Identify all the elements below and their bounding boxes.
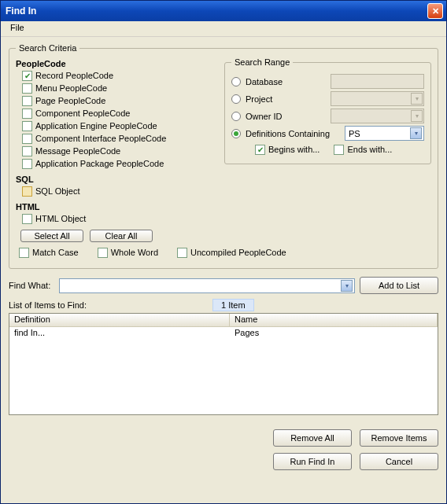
search-range-legend: Search Range <box>231 57 293 67</box>
item-count-badge: 1 Item <box>212 299 254 311</box>
whole-word-checkbox[interactable] <box>98 248 108 258</box>
search-range-group: Search Range Database Project <box>224 57 431 164</box>
window-title: Find In <box>6 6 36 17</box>
record-peoplecode-checkbox[interactable]: ✔ <box>22 71 32 81</box>
message-peoplecode-label: Message PeopleCode <box>35 145 120 157</box>
owner-id-radio[interactable] <box>231 112 241 121</box>
owner-id-combo: ▾ <box>331 109 424 123</box>
cancel-button[interactable]: Cancel <box>360 453 438 470</box>
match-case-checkbox[interactable] <box>19 248 29 258</box>
menu-peoplecode-label: Menu PeopleCode <box>35 83 107 94</box>
definitions-containing-combo[interactable]: PS ▾ <box>345 126 424 141</box>
grid-header: Definition Name <box>9 314 438 327</box>
database-label: Database <box>246 77 283 86</box>
project-radio[interactable] <box>231 94 241 104</box>
search-criteria-group: Search Criteria PeopleCode ✔ Record Peop… <box>9 43 438 269</box>
begins-with-label: Begins with... <box>268 144 320 156</box>
component-interface-peoplecode-label: Component Interface PeopleCode <box>35 133 166 145</box>
table-row[interactable]: find In... Pages <box>9 327 438 338</box>
html-heading: HTML <box>16 202 216 212</box>
message-peoplecode-checkbox[interactable] <box>22 146 32 156</box>
owner-id-label: Owner ID <box>246 112 282 121</box>
find-what-combo[interactable]: ▾ <box>59 278 355 293</box>
list-header-label: List of Items to Find: <box>9 300 87 310</box>
database-input <box>331 74 424 89</box>
database-radio[interactable] <box>231 77 241 86</box>
close-icon: ✕ <box>432 6 439 17</box>
record-peoplecode-label: Record PeopleCode <box>35 70 113 82</box>
search-criteria-legend: Search Criteria <box>16 43 79 53</box>
component-peoplecode-checkbox[interactable] <box>22 109 32 119</box>
component-interface-peoplecode-checkbox[interactable] <box>22 134 32 144</box>
page-peoplecode-checkbox[interactable] <box>22 96 32 106</box>
title-bar: Find In ✕ <box>1 1 446 21</box>
add-to-list-button[interactable]: Add to List <box>360 277 438 294</box>
row-definition: find In... <box>9 328 230 337</box>
peoplecode-heading: PeopleCode <box>16 59 216 68</box>
html-object-checkbox[interactable] <box>22 214 32 224</box>
chevron-down-icon: ▾ <box>341 280 353 292</box>
sql-object-checkbox[interactable] <box>22 186 32 197</box>
page-peoplecode-label: Page PeopleCode <box>35 95 105 107</box>
match-case-label: Match Case <box>32 247 79 259</box>
find-what-label: Find What: <box>9 281 54 290</box>
menu-peoplecode-checkbox[interactable] <box>22 83 32 94</box>
definitions-containing-radio[interactable] <box>231 129 241 138</box>
row-name: Pages <box>230 328 438 337</box>
chevron-down-icon: ▾ <box>410 127 422 139</box>
html-object-label: HTML Object <box>35 213 86 225</box>
remove-items-button[interactable]: Remove Items <box>360 429 438 447</box>
chevron-down-icon: ▾ <box>411 93 423 105</box>
column-name[interactable]: Name <box>230 314 438 326</box>
menu-bar: File <box>1 21 446 37</box>
uncompiled-peoplecode-checkbox[interactable] <box>177 248 187 258</box>
definitions-containing-value: PS <box>349 129 360 138</box>
items-grid: Definition Name find In... Pages <box>9 313 438 415</box>
sql-heading: SQL <box>16 175 216 184</box>
chevron-down-icon: ▾ <box>411 110 423 122</box>
app-engine-peoplecode-checkbox[interactable] <box>22 121 32 131</box>
uncompiled-peoplecode-label: Uncompiled PeopleCode <box>190 247 286 259</box>
menu-file[interactable]: File <box>6 22 29 33</box>
begins-with-checkbox[interactable]: ✔ <box>255 145 265 155</box>
close-button[interactable]: ✕ <box>427 3 443 19</box>
app-package-peoplecode-label: Application Package PeopleCode <box>35 158 164 170</box>
select-all-button[interactable]: Select All <box>20 230 83 242</box>
project-label: Project <box>246 94 272 104</box>
project-combo: ▾ <box>331 91 424 106</box>
ends-with-checkbox[interactable] <box>334 145 344 155</box>
whole-word-label: Whole Word <box>111 247 158 259</box>
clear-all-button[interactable]: Clear All <box>90 230 153 242</box>
column-definition[interactable]: Definition <box>9 314 230 326</box>
component-peoplecode-label: Component PeopleCode <box>35 108 130 120</box>
run-find-in-button[interactable]: Run Find In <box>273 453 352 470</box>
app-package-peoplecode-checkbox[interactable] <box>22 159 32 169</box>
remove-all-button[interactable]: Remove All <box>273 429 352 447</box>
app-engine-peoplecode-label: Application Engine PeopleCode <box>35 120 157 132</box>
ends-with-label: Ends with... <box>347 144 392 156</box>
definitions-containing-label: Definitions Containing <box>246 129 330 138</box>
sql-object-label: SQL Object <box>35 186 79 197</box>
